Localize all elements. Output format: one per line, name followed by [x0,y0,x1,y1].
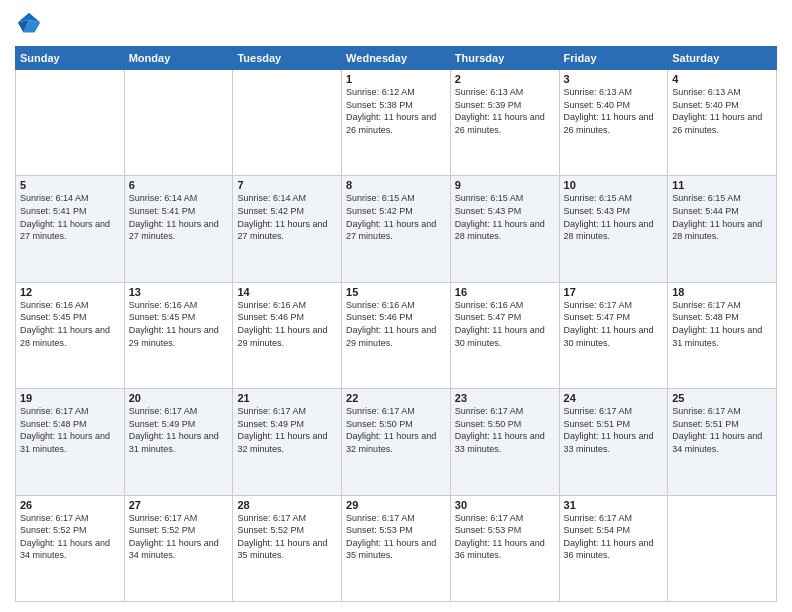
day-number: 23 [455,392,555,404]
day-header-friday: Friday [559,47,668,70]
calendar-cell: 19Sunrise: 6:17 AM Sunset: 5:48 PM Dayli… [16,389,125,495]
day-info: Sunrise: 6:16 AM Sunset: 5:46 PM Dayligh… [237,299,337,349]
day-number: 12 [20,286,120,298]
day-number: 16 [455,286,555,298]
day-info: Sunrise: 6:15 AM Sunset: 5:44 PM Dayligh… [672,192,772,242]
day-info: Sunrise: 6:13 AM Sunset: 5:39 PM Dayligh… [455,86,555,136]
calendar-cell: 5Sunrise: 6:14 AM Sunset: 5:41 PM Daylig… [16,176,125,282]
day-number: 5 [20,179,120,191]
calendar-cell: 10Sunrise: 6:15 AM Sunset: 5:43 PM Dayli… [559,176,668,282]
day-number: 20 [129,392,229,404]
day-header-thursday: Thursday [450,47,559,70]
day-info: Sunrise: 6:17 AM Sunset: 5:50 PM Dayligh… [346,405,446,455]
day-info: Sunrise: 6:17 AM Sunset: 5:53 PM Dayligh… [455,512,555,562]
logo [15,10,47,38]
day-info: Sunrise: 6:14 AM Sunset: 5:41 PM Dayligh… [129,192,229,242]
logo-icon [15,10,43,38]
day-number: 22 [346,392,446,404]
day-header-monday: Monday [124,47,233,70]
calendar-header-row: SundayMondayTuesdayWednesdayThursdayFrid… [16,47,777,70]
day-info: Sunrise: 6:17 AM Sunset: 5:48 PM Dayligh… [672,299,772,349]
calendar-cell: 14Sunrise: 6:16 AM Sunset: 5:46 PM Dayli… [233,282,342,388]
day-info: Sunrise: 6:17 AM Sunset: 5:51 PM Dayligh… [672,405,772,455]
calendar-cell [668,495,777,601]
day-number: 1 [346,73,446,85]
calendar-cell: 13Sunrise: 6:16 AM Sunset: 5:45 PM Dayli… [124,282,233,388]
day-info: Sunrise: 6:13 AM Sunset: 5:40 PM Dayligh… [564,86,664,136]
calendar-week-5: 26Sunrise: 6:17 AM Sunset: 5:52 PM Dayli… [16,495,777,601]
calendar-cell: 6Sunrise: 6:14 AM Sunset: 5:41 PM Daylig… [124,176,233,282]
calendar-cell [233,70,342,176]
day-info: Sunrise: 6:15 AM Sunset: 5:43 PM Dayligh… [455,192,555,242]
calendar-cell [16,70,125,176]
day-number: 26 [20,499,120,511]
calendar-cell: 25Sunrise: 6:17 AM Sunset: 5:51 PM Dayli… [668,389,777,495]
day-number: 29 [346,499,446,511]
day-info: Sunrise: 6:13 AM Sunset: 5:40 PM Dayligh… [672,86,772,136]
calendar-cell: 23Sunrise: 6:17 AM Sunset: 5:50 PM Dayli… [450,389,559,495]
day-info: Sunrise: 6:17 AM Sunset: 5:52 PM Dayligh… [237,512,337,562]
day-info: Sunrise: 6:16 AM Sunset: 5:45 PM Dayligh… [129,299,229,349]
day-number: 13 [129,286,229,298]
day-info: Sunrise: 6:17 AM Sunset: 5:52 PM Dayligh… [20,512,120,562]
day-number: 4 [672,73,772,85]
day-number: 24 [564,392,664,404]
day-number: 21 [237,392,337,404]
day-number: 14 [237,286,337,298]
calendar-cell: 22Sunrise: 6:17 AM Sunset: 5:50 PM Dayli… [342,389,451,495]
day-number: 25 [672,392,772,404]
calendar-cell: 24Sunrise: 6:17 AM Sunset: 5:51 PM Dayli… [559,389,668,495]
calendar-cell: 8Sunrise: 6:15 AM Sunset: 5:42 PM Daylig… [342,176,451,282]
day-number: 8 [346,179,446,191]
day-number: 6 [129,179,229,191]
calendar-cell: 17Sunrise: 6:17 AM Sunset: 5:47 PM Dayli… [559,282,668,388]
day-info: Sunrise: 6:17 AM Sunset: 5:50 PM Dayligh… [455,405,555,455]
calendar-cell: 7Sunrise: 6:14 AM Sunset: 5:42 PM Daylig… [233,176,342,282]
day-info: Sunrise: 6:16 AM Sunset: 5:47 PM Dayligh… [455,299,555,349]
calendar-cell: 31Sunrise: 6:17 AM Sunset: 5:54 PM Dayli… [559,495,668,601]
calendar-cell: 4Sunrise: 6:13 AM Sunset: 5:40 PM Daylig… [668,70,777,176]
day-info: Sunrise: 6:16 AM Sunset: 5:45 PM Dayligh… [20,299,120,349]
day-number: 28 [237,499,337,511]
day-info: Sunrise: 6:17 AM Sunset: 5:47 PM Dayligh… [564,299,664,349]
calendar-cell: 12Sunrise: 6:16 AM Sunset: 5:45 PM Dayli… [16,282,125,388]
calendar-cell: 3Sunrise: 6:13 AM Sunset: 5:40 PM Daylig… [559,70,668,176]
header [15,10,777,38]
calendar-cell: 18Sunrise: 6:17 AM Sunset: 5:48 PM Dayli… [668,282,777,388]
day-header-sunday: Sunday [16,47,125,70]
calendar-cell: 1Sunrise: 6:12 AM Sunset: 5:38 PM Daylig… [342,70,451,176]
calendar-table: SundayMondayTuesdayWednesdayThursdayFrid… [15,46,777,602]
day-number: 10 [564,179,664,191]
day-info: Sunrise: 6:17 AM Sunset: 5:52 PM Dayligh… [129,512,229,562]
calendar-cell [124,70,233,176]
day-number: 17 [564,286,664,298]
day-info: Sunrise: 6:17 AM Sunset: 5:51 PM Dayligh… [564,405,664,455]
calendar-week-4: 19Sunrise: 6:17 AM Sunset: 5:48 PM Dayli… [16,389,777,495]
day-info: Sunrise: 6:17 AM Sunset: 5:54 PM Dayligh… [564,512,664,562]
day-header-wednesday: Wednesday [342,47,451,70]
day-info: Sunrise: 6:14 AM Sunset: 5:42 PM Dayligh… [237,192,337,242]
day-info: Sunrise: 6:17 AM Sunset: 5:48 PM Dayligh… [20,405,120,455]
day-info: Sunrise: 6:17 AM Sunset: 5:53 PM Dayligh… [346,512,446,562]
day-number: 31 [564,499,664,511]
calendar-week-1: 1Sunrise: 6:12 AM Sunset: 5:38 PM Daylig… [16,70,777,176]
day-number: 9 [455,179,555,191]
calendar-cell: 11Sunrise: 6:15 AM Sunset: 5:44 PM Dayli… [668,176,777,282]
day-info: Sunrise: 6:15 AM Sunset: 5:43 PM Dayligh… [564,192,664,242]
day-info: Sunrise: 6:16 AM Sunset: 5:46 PM Dayligh… [346,299,446,349]
day-number: 3 [564,73,664,85]
calendar-cell: 20Sunrise: 6:17 AM Sunset: 5:49 PM Dayli… [124,389,233,495]
day-info: Sunrise: 6:17 AM Sunset: 5:49 PM Dayligh… [237,405,337,455]
day-number: 15 [346,286,446,298]
day-info: Sunrise: 6:17 AM Sunset: 5:49 PM Dayligh… [129,405,229,455]
day-number: 11 [672,179,772,191]
calendar-cell: 16Sunrise: 6:16 AM Sunset: 5:47 PM Dayli… [450,282,559,388]
calendar-cell: 28Sunrise: 6:17 AM Sunset: 5:52 PM Dayli… [233,495,342,601]
day-info: Sunrise: 6:12 AM Sunset: 5:38 PM Dayligh… [346,86,446,136]
calendar-cell: 9Sunrise: 6:15 AM Sunset: 5:43 PM Daylig… [450,176,559,282]
calendar-cell: 21Sunrise: 6:17 AM Sunset: 5:49 PM Dayli… [233,389,342,495]
day-number: 27 [129,499,229,511]
calendar-cell: 2Sunrise: 6:13 AM Sunset: 5:39 PM Daylig… [450,70,559,176]
day-number: 18 [672,286,772,298]
calendar-cell: 29Sunrise: 6:17 AM Sunset: 5:53 PM Dayli… [342,495,451,601]
